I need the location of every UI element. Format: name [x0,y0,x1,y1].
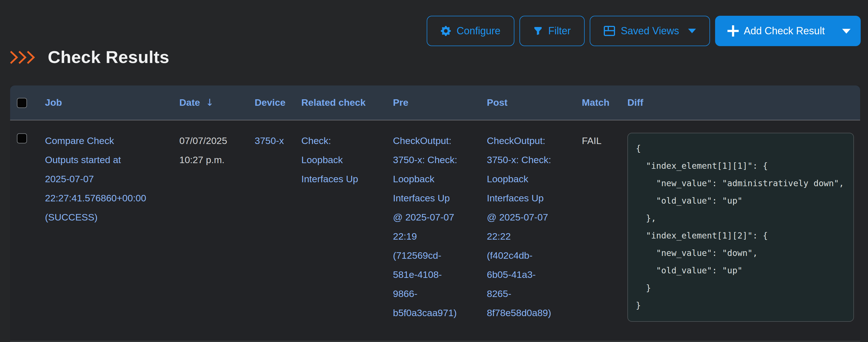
funnel-icon [534,26,543,35]
configure-button[interactable]: Configure [427,16,515,46]
select-all-header-cell [10,86,39,120]
column-header-related-check[interactable]: Related check [296,86,388,120]
cell-related-check: Check: Loopback Interfaces Up [296,120,388,341]
saved-views-button-label: Saved Views [621,25,679,37]
column-header-pre[interactable]: Pre [388,86,481,120]
table-header-row: Job Date↓ Device Related check Pre [10,86,860,120]
cell-job: Compare Check Outputs started at 2025-07… [39,120,174,341]
table-layout-icon [604,26,615,36]
column-header-pre-label: Pre [393,97,408,108]
cell-date: 07/07/2025 10:27 p.m. [174,120,249,341]
column-header-date-label: Date [179,97,200,108]
toolbar: Configure Filter Saved Views Add Check R… [427,16,861,46]
filter-button-label: Filter [549,25,571,37]
caret-down-icon [688,29,696,33]
filter-button[interactable]: Filter [520,16,585,46]
column-header-post-label: Post [487,97,508,108]
row-select-checkbox[interactable] [17,133,27,143]
table-row: Compare Check Outputs started at 2025-07… [10,120,860,341]
column-header-post[interactable]: Post [481,86,576,120]
gear-icon [441,26,451,36]
page-title: Check Results [48,47,169,67]
configure-button-label: Configure [457,25,500,37]
column-header-related-check-label: Related check [301,97,366,108]
arrow-down-icon: ↓ [206,97,214,108]
caret-down-icon[interactable] [842,28,850,33]
check-results-table: Job Date↓ Device Related check Pre [10,86,860,341]
column-header-date[interactable]: Date↓ [174,86,249,120]
column-header-match-label: Match [582,97,610,108]
pre-output-link[interactable]: CheckOutput: 3750-x: Check: Loopback Int… [393,132,462,323]
column-header-diff-label: Diff [627,97,643,108]
date-value: 07/07/2025 10:27 p.m. [179,136,227,165]
select-all-checkbox[interactable] [17,97,27,108]
row-select-cell [10,120,39,341]
triple-chevron-right-icon [9,50,36,65]
column-header-diff[interactable]: Diff [622,86,860,120]
saved-views-button[interactable]: Saved Views [590,16,710,46]
diff-code-block: { "index_element[1][1]": { "new_value": … [627,133,854,322]
related-check-link[interactable]: Check: Loopback Interfaces Up [301,132,368,189]
page-header: Check Results [9,47,169,67]
cell-pre: CheckOutput: 3750-x: Check: Loopback Int… [388,120,481,341]
post-output-link[interactable]: CheckOutput: 3750-x: Check: Loopback Int… [487,132,555,323]
diff-json: { "index_element[1][1]": { "new_value": … [636,140,845,314]
match-status: FAIL [582,136,601,146]
column-header-job[interactable]: Job [39,86,174,120]
column-header-job-label: Job [45,97,62,108]
column-header-device[interactable]: Device [249,86,296,120]
cell-match: FAIL [576,120,622,341]
cell-device: 3750-x [249,120,296,341]
cell-post: CheckOutput: 3750-x: Check: Loopback Int… [481,120,576,341]
add-check-result-button-label: Add Check Result [744,25,825,37]
column-header-device-label: Device [255,97,286,108]
column-header-match[interactable]: Match [576,86,622,120]
page: Configure Filter Saved Views Add Check R… [0,0,868,342]
job-link[interactable]: Compare Check Outputs started at 2025-07… [45,132,145,227]
add-check-result-button[interactable]: Add Check Result [715,16,861,46]
cell-diff: { "index_element[1][1]": { "new_value": … [622,120,860,341]
device-link[interactable]: 3750-x [255,132,284,151]
plus-icon [727,25,739,36]
